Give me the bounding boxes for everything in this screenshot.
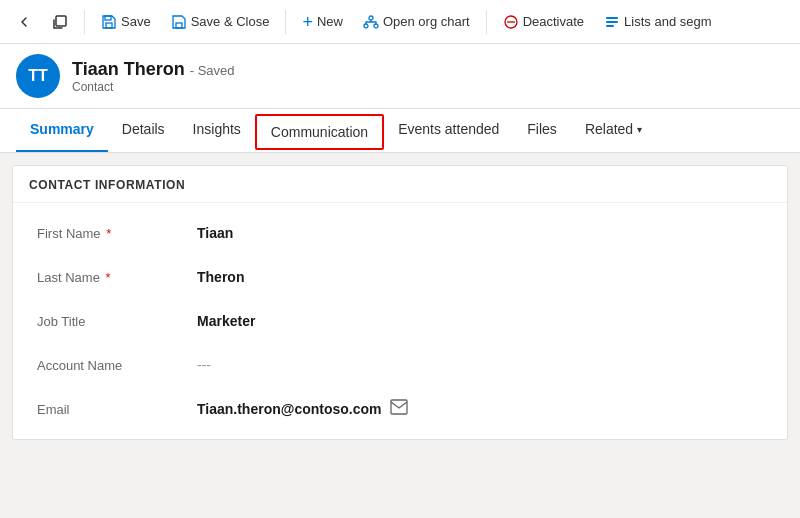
svg-point-6 <box>374 24 378 28</box>
first-name-label: First Name * <box>37 226 197 241</box>
tab-events[interactable]: Events attended <box>384 108 513 152</box>
email-label: Email <box>37 402 197 417</box>
record-name: Tiaan Theron - Saved <box>72 59 235 80</box>
account-name-label: Account Name <box>37 358 197 373</box>
separator-1 <box>84 10 85 34</box>
svg-rect-9 <box>606 17 618 19</box>
new-label: New <box>317 14 343 29</box>
svg-rect-10 <box>606 21 618 23</box>
toolbar: Save Save & Close + New Open org chart D… <box>0 0 800 44</box>
email-value-row: Tiaan.theron@contoso.com <box>197 399 408 419</box>
first-name-value[interactable]: Tiaan <box>197 225 233 241</box>
save-label: Save <box>121 14 151 29</box>
deactivate-button[interactable]: Deactivate <box>495 10 592 34</box>
lists-label: Lists and segm <box>624 14 711 29</box>
open-org-chart-label: Open org chart <box>383 14 470 29</box>
email-row: Email Tiaan.theron@contoso.com <box>13 387 787 431</box>
save-button[interactable]: Save <box>93 10 159 34</box>
last-name-value[interactable]: Theron <box>197 269 244 285</box>
first-name-row: First Name * Tiaan <box>13 211 787 255</box>
svg-rect-1 <box>106 23 112 28</box>
back-button[interactable] <box>8 6 40 38</box>
tab-navigation: Summary Details Insights Communication E… <box>0 109 800 153</box>
last-name-label: Last Name * <box>37 270 197 285</box>
svg-rect-0 <box>56 16 66 26</box>
section-title: CONTACT INFORMATION <box>13 166 787 203</box>
record-header: TT Tiaan Theron - Saved Contact <box>0 44 800 109</box>
separator-3 <box>486 10 487 34</box>
main-content: CONTACT INFORMATION First Name * Tiaan L… <box>0 153 800 515</box>
related-chevron-icon: ▾ <box>637 124 642 135</box>
last-name-required: * <box>106 270 111 285</box>
job-title-label: Job Title <box>37 314 197 329</box>
save-close-button[interactable]: Save & Close <box>163 10 278 34</box>
job-title-value[interactable]: Marketer <box>197 313 255 329</box>
saved-status: - Saved <box>190 63 235 78</box>
popout-button[interactable] <box>44 6 76 38</box>
first-name-required: * <box>106 226 111 241</box>
svg-point-4 <box>369 16 373 20</box>
lists-button[interactable]: Lists and segm <box>596 10 719 34</box>
last-name-row: Last Name * Theron <box>13 255 787 299</box>
tab-files[interactable]: Files <box>513 108 571 152</box>
account-name-value[interactable]: --- <box>197 357 211 373</box>
open-org-chart-button[interactable]: Open org chart <box>355 10 478 34</box>
email-value[interactable]: Tiaan.theron@contoso.com <box>197 401 382 417</box>
new-icon: + <box>302 13 313 31</box>
svg-rect-3 <box>176 23 182 28</box>
tab-summary[interactable]: Summary <box>16 108 108 152</box>
tab-insights[interactable]: Insights <box>179 108 255 152</box>
save-close-label: Save & Close <box>191 14 270 29</box>
avatar: TT <box>16 54 60 98</box>
svg-rect-2 <box>105 16 111 20</box>
svg-point-5 <box>364 24 368 28</box>
svg-rect-11 <box>606 25 614 27</box>
tab-details[interactable]: Details <box>108 108 179 152</box>
record-type: Contact <box>72 80 235 94</box>
job-title-row: Job Title Marketer <box>13 299 787 343</box>
account-name-row: Account Name --- <box>13 343 787 387</box>
new-button[interactable]: + New <box>294 9 351 35</box>
separator-2 <box>285 10 286 34</box>
contact-information-section: CONTACT INFORMATION First Name * Tiaan L… <box>12 165 788 440</box>
svg-rect-12 <box>391 400 407 414</box>
email-send-icon[interactable] <box>390 399 408 419</box>
form-grid: First Name * Tiaan Last Name * Theron Jo… <box>13 203 787 439</box>
tab-related[interactable]: Related ▾ <box>571 108 656 152</box>
deactivate-label: Deactivate <box>523 14 584 29</box>
tab-communication[interactable]: Communication <box>255 114 384 150</box>
record-title: Tiaan Theron - Saved Contact <box>72 59 235 94</box>
